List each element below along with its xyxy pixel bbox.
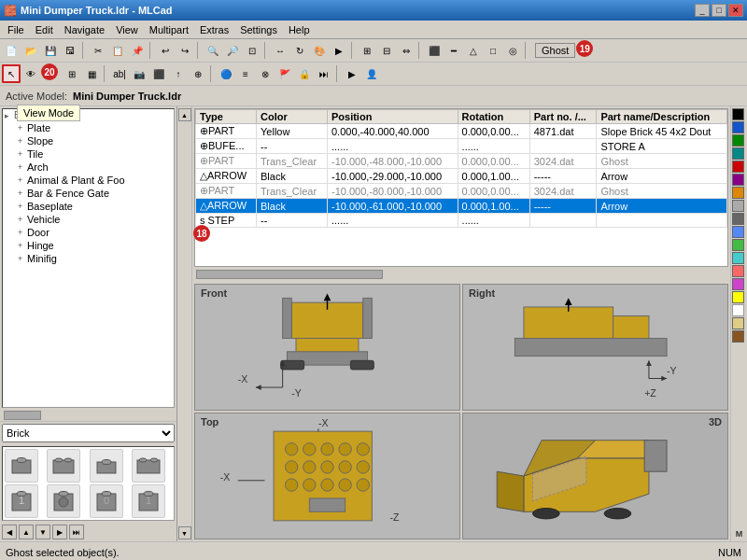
part-cell-5[interactable]: 1 [5,484,38,518]
menu-multipart[interactable]: Multipart [144,22,194,37]
saveas-button[interactable]: 🖫 [61,41,79,60]
table-row[interactable]: ⊕PART Yellow 0.000,-40.000,40.000 0.000,… [196,124,727,139]
jump-button[interactable]: ⏭ [69,525,84,539]
part-btn2[interactable]: ⬛ [149,64,168,83]
menu-view[interactable]: View [110,22,144,37]
tree-item-hinge[interactable]: +Hinge [3,239,174,252]
layers-btn[interactable]: ⊗ [256,64,275,83]
part-button[interactable]: ⬛ [425,41,444,60]
tree-item-arch[interactable]: +Arch [3,161,174,174]
undo-button[interactable]: ↩ [156,41,175,60]
color2-btn[interactable]: 🔵 [217,64,235,83]
viewport-front[interactable]: Front -X -Y [194,284,460,411]
prev-button[interactable]: ▲ [19,525,34,539]
rotate-button[interactable]: ↻ [290,41,309,60]
part-cell-4[interactable] [132,449,165,483]
next-button[interactable]: ▼ [35,525,50,539]
quad-button[interactable]: □ [484,41,502,60]
table-row[interactable]: ⊕PART Trans_Clear -10.000,-48.000,-10.00… [196,154,727,169]
swatch-lgreen[interactable] [732,239,744,251]
menu-edit[interactable]: Edit [30,22,59,37]
new-button[interactable]: 📄 [2,41,21,60]
tree-item-bar-fence[interactable]: +Bar & Fence Gate [3,187,174,200]
swatch-lpurple[interactable] [732,278,744,290]
swatch-white[interactable] [732,304,744,316]
zoom-all-button[interactable]: ⊡ [243,41,261,60]
swatch-green[interactable] [732,134,744,147]
cond-button[interactable]: ◎ [503,41,522,60]
table-row[interactable]: s STEP -- ...... ...... [196,214,727,228]
person-btn[interactable]: 👤 [362,64,381,83]
swatch-lblue[interactable] [732,226,744,238]
swatch-tan[interactable] [732,317,744,329]
part-category-dropdown[interactable]: Brick Plate Tile [2,424,175,442]
view-mode-button[interactable]: 👁 [21,64,40,83]
tree-item-minifig[interactable]: +Minifig [3,252,174,265]
viewport-top[interactable]: Top [194,413,460,539]
table-scroll-thumb[interactable] [196,270,383,279]
maximize-button[interactable]: □ [712,4,726,17]
prev-page-button[interactable]: ◀ [2,525,17,539]
part-cell-1[interactable] [5,449,38,483]
viewport-right[interactable]: Right -Y +Z [462,284,728,411]
tree-item-baseplate[interactable]: +Baseplate [3,200,174,213]
part-cell-2[interactable] [47,449,80,483]
swatch-teal[interactable] [732,147,744,160]
move-button[interactable]: ↔ [271,41,289,60]
swatch-lred[interactable] [732,265,744,277]
tree-item-plate[interactable]: +Plate [3,121,174,134]
swatch-lteal[interactable] [732,252,744,264]
tree-item-vehicle[interactable]: +Vehicle [3,213,174,226]
snav-down[interactable]: ▼ [178,526,191,539]
color-button[interactable]: 🎨 [310,41,329,60]
part-cell-6[interactable] [47,484,80,518]
part-cell-3[interactable] [90,449,123,483]
step-btn[interactable]: ⏭ [315,64,333,83]
menu-file[interactable]: File [2,22,30,37]
table-row[interactable]: △ARROW Black -10.000,-29.000,-10.000 0.0… [196,169,727,184]
select-button[interactable]: ↖ [2,64,21,83]
text-btn[interactable]: ab| [110,64,129,83]
swatch-purple[interactable] [732,174,744,186]
tree-horiz-scrollbar[interactable] [2,410,175,421]
zoom-in-button[interactable]: 🔍 [204,41,222,60]
menu-settings[interactable]: Settings [234,22,283,37]
viewport-3d[interactable]: 3D [462,413,728,539]
lock-btn[interactable]: 🔒 [295,64,314,83]
flag-btn[interactable]: 🚩 [275,64,294,83]
copy-button[interactable]: 📋 [108,41,127,60]
snap-button[interactable]: ⊟ [377,41,396,60]
zoom-out-button[interactable]: 🔎 [223,41,242,60]
mirror-button[interactable]: ⇔ [397,41,416,60]
triangle-button[interactable]: △ [464,41,483,60]
render-button[interactable]: ▶ [330,41,348,60]
grid-mode-button[interactable]: ▦ [82,64,101,83]
play-btn[interactable]: ▶ [343,64,361,83]
table-row[interactable]: ⊕PART Trans_Clear -10.000,-80.000,-10.00… [196,184,727,199]
swatch-brown[interactable] [732,330,744,343]
snav-up[interactable]: ▲ [178,108,191,121]
parts-table-container[interactable]: Type Color Position Rotation Part no. /.… [194,108,728,267]
tree-scroll-thumb[interactable] [4,411,41,420]
menu-navigate[interactable]: Navigate [59,22,110,37]
open-button[interactable]: 📂 [21,41,40,60]
tree-item-animal[interactable]: +Animal & Plant & Foo [3,174,174,187]
menu-help[interactable]: Help [283,22,316,37]
menu-extras[interactable]: Extras [194,22,234,37]
part-cell-7[interactable]: 0 [90,484,123,518]
align-btn[interactable]: ≡ [236,64,255,83]
ghost-button[interactable]: Ghost [535,43,575,58]
table-row[interactable]: ⊕BUFE... -- ...... ...... STORE A [196,139,727,154]
swatch-blue[interactable] [732,121,744,133]
swatch-red[interactable] [732,161,744,173]
table-horiz-scrollbar[interactable] [194,269,728,280]
cut-button[interactable]: ✂ [89,41,107,60]
minimize-button[interactable]: _ [695,4,710,17]
misc-btn[interactable]: ⊕ [189,64,207,83]
img-btn[interactable]: 📷 [130,64,148,83]
redo-button[interactable]: ↪ [176,41,194,60]
swatch-yellow[interactable] [732,291,744,303]
tree-item-slope[interactable]: +Slope [3,134,174,147]
swatch-dgray[interactable] [732,213,744,225]
snap-mode-button[interactable]: ⊞ [63,64,81,83]
